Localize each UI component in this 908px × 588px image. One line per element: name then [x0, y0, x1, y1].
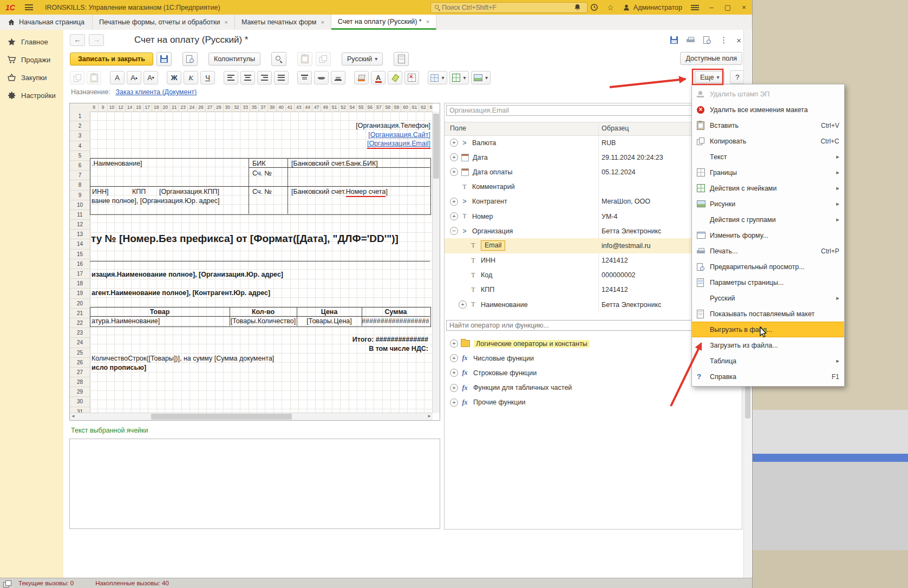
cell-col-product[interactable]: Товар — [90, 308, 230, 316]
service-menu-icon[interactable] — [691, 4, 699, 10]
preview-button[interactable] — [182, 52, 198, 66]
row-header-cell[interactable]: 9 — [70, 191, 90, 200]
menu-item-russian-submenu[interactable]: Русский ▸ — [692, 290, 844, 306]
column-header-cell[interactable]: 9 — [99, 103, 107, 112]
cell-kpp-label[interactable]: КПП — [132, 188, 146, 195]
font-size-up-button[interactable]: А▴ — [127, 71, 141, 84]
row-header-cell[interactable]: 13 — [70, 230, 90, 239]
column-header-cell[interactable]: 32 — [232, 103, 241, 112]
column-header-cell[interactable]: 35 — [250, 103, 259, 112]
menu-item-edit-form[interactable]: Изменить форму... — [692, 227, 844, 243]
bold-button[interactable]: Ж — [167, 71, 181, 84]
column-header-cell[interactable]: 14 — [126, 103, 134, 112]
column-header-cell[interactable]: 12 — [116, 103, 125, 112]
column-header-cell[interactable]: 15 — [134, 103, 143, 112]
column-header-cell[interactable]: 26 — [197, 103, 205, 112]
user-menu[interactable]: Администратор — [623, 4, 682, 11]
font-color-button[interactable] — [371, 71, 386, 84]
expand-icon[interactable] — [450, 139, 458, 147]
align-center-button[interactable] — [240, 71, 255, 84]
row-header-cell[interactable]: 1 — [70, 112, 90, 121]
valign-middle-button[interactable] — [314, 71, 329, 84]
column-header-cell[interactable]: 23 — [179, 103, 187, 112]
minimize-button[interactable]: – — [708, 3, 715, 11]
function-group-other[interactable]: Прочие функции — [445, 395, 742, 410]
language-selector[interactable]: Русский — [342, 53, 383, 66]
clear-cells-button[interactable] — [404, 71, 419, 84]
valign-bottom-button[interactable] — [331, 71, 345, 84]
column-header-cell[interactable]: 58 — [383, 103, 392, 112]
more-actions-icon[interactable]: ⋮ — [720, 35, 728, 45]
sidebar-item-main[interactable]: Главное — [0, 33, 63, 51]
align-left-button[interactable] — [224, 71, 238, 84]
row-header-cell[interactable]: 5 — [70, 151, 90, 161]
row-header-cell[interactable]: 10 — [70, 200, 90, 210]
font-size-down-button[interactable]: А▾ — [143, 71, 158, 84]
selected-cell-text-box[interactable] — [69, 439, 440, 529]
column-header-cell[interactable]: 17 — [143, 103, 152, 112]
cell-bik-label[interactable]: БИК — [252, 160, 265, 167]
scroll-right-icon[interactable]: ► — [427, 413, 432, 420]
highlight-button[interactable] — [388, 71, 402, 84]
menu-item-pictures-submenu[interactable]: Рисунки ▸ — [692, 196, 844, 212]
tab-invoice-active[interactable]: Счет на оплату (Русский) * × — [331, 15, 436, 30]
cell-org-fullname[interactable]: вание полное], [Организация.Юр. адрес] — [92, 197, 219, 205]
cell-inn[interactable]: ИНН] — [92, 188, 109, 195]
cells-dropdown[interactable] — [449, 71, 469, 84]
row-header-cell[interactable]: 29 — [70, 387, 90, 397]
row-header-cell[interactable]: 18 — [70, 279, 90, 289]
column-header-cell[interactable]: 37 — [259, 103, 267, 112]
headers-footers-button[interactable]: Колонтитулы — [208, 53, 260, 66]
sheet-grid[interactable]: [Организация.Телефон] [Организация.Сайт]… — [90, 112, 433, 413]
menu-item-paste[interactable]: Вставить Ctrl+V — [692, 117, 844, 133]
cell-total[interactable]: Итого: ############## — [352, 336, 428, 343]
global-search[interactable] — [430, 2, 587, 13]
cell-customer[interactable]: агент.Наименование полное], [Контрагент.… — [92, 289, 270, 297]
global-search-input[interactable] — [441, 3, 584, 12]
help-button[interactable]: ? — [730, 70, 744, 84]
font-name-button[interactable]: А — [110, 71, 125, 84]
row-header-cell[interactable]: 30 — [70, 397, 90, 407]
forward-button[interactable]: → — [89, 34, 104, 46]
italic-button[interactable]: К — [184, 71, 198, 84]
row-header-cell[interactable]: 21 — [70, 309, 90, 318]
expand-icon[interactable] — [459, 300, 467, 309]
sidebar-item-sales[interactable]: Продажи — [0, 51, 63, 69]
menu-item-print[interactable]: Печать... Ctrl+P — [692, 243, 844, 259]
expand-icon[interactable] — [450, 212, 458, 220]
cell-org-phone[interactable]: [Организация.Телефон] — [356, 122, 430, 129]
column-header-cell[interactable]: 54 — [348, 103, 357, 112]
tab-close-icon[interactable]: × — [321, 19, 324, 25]
sheet-corner[interactable] — [70, 103, 90, 112]
sidebar-item-purchases[interactable]: Закупки — [0, 69, 63, 87]
row-header-cell[interactable]: 22 — [70, 318, 90, 328]
cell-account-label-2[interactable]: Сч. № — [252, 188, 272, 195]
row-header-cell[interactable]: 7 — [70, 171, 90, 180]
cell-account-value[interactable]: [Банковский счет.Номер счета] — [291, 188, 388, 195]
column-header-cell[interactable]: 62 — [419, 103, 428, 112]
column-header-cell[interactable]: 63 — [428, 103, 433, 112]
row-header-cell[interactable]: 26 — [70, 358, 90, 368]
column-header-cell[interactable]: 59 — [393, 103, 401, 112]
copy-special-button[interactable] — [316, 52, 331, 66]
picture-dropdown[interactable] — [471, 71, 491, 84]
back-button[interactable]: ← — [70, 34, 85, 46]
row-header-cell[interactable]: 6 — [70, 161, 90, 171]
row-header-cell[interactable]: 25 — [70, 348, 90, 358]
cell-amount-words[interactable]: исло прописью] — [92, 364, 146, 371]
collapse-icon[interactable] — [450, 227, 458, 235]
expand-icon[interactable] — [450, 398, 458, 407]
purpose-link[interactable]: Заказ клиента (Документ) — [115, 88, 197, 96]
menu-item-borders-submenu[interactable]: Границы ▸ — [692, 165, 844, 180]
favorites-star-icon[interactable]: ☆ — [607, 3, 614, 12]
tab-layouts[interactable]: Макеты печатных форм × — [235, 15, 331, 30]
sheet-horizontal-scrollbar[interactable]: ◄ ► — [70, 413, 433, 420]
menu-item-page-setup[interactable]: Параметры страницы... — [692, 275, 844, 290]
scroll-left-icon[interactable]: ◄ — [71, 413, 75, 420]
save-and-close-button[interactable]: Записать и закрыть — [70, 53, 153, 66]
column-header-cell[interactable]: 39 — [268, 103, 277, 112]
row-header-cell[interactable]: 28 — [70, 377, 90, 387]
copy-format-button[interactable] — [87, 71, 101, 84]
row-header-cell[interactable]: 14 — [70, 239, 90, 249]
history-icon[interactable] — [590, 3, 598, 11]
